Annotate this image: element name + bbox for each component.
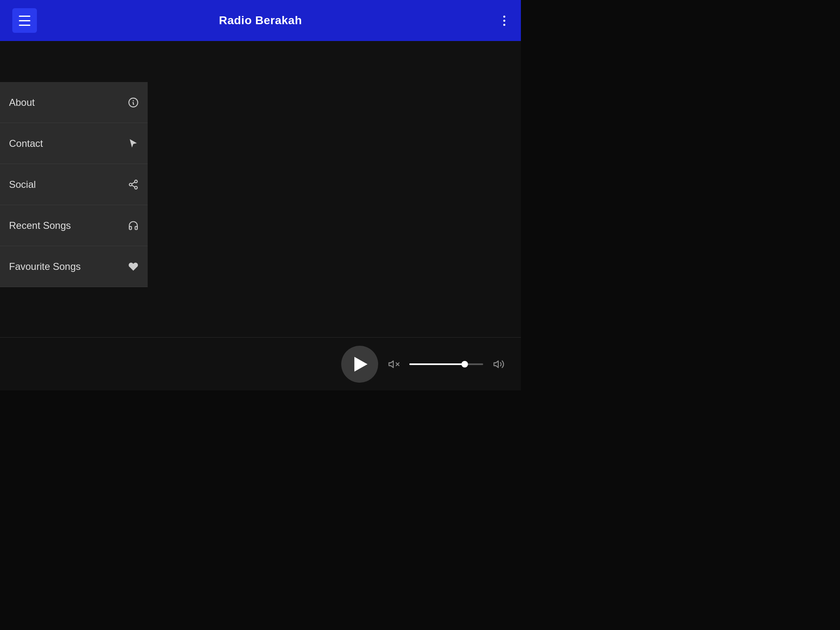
svg-point-3 [135,186,137,189]
hamburger-line-2 [19,20,30,21]
mute-icon [388,358,399,370]
more-dot-1 [503,16,505,18]
svg-marker-6 [389,361,393,367]
sidebar-item-social[interactable]: Social [0,164,148,205]
sidebar-item-recent-songs[interactable]: Recent Songs [0,205,148,246]
app-title: Radio Berakah [219,14,302,27]
play-button[interactable] [341,346,378,383]
volume-slider[interactable] [409,363,483,365]
svg-line-5 [132,182,135,184]
more-options-button[interactable] [500,12,509,29]
sidebar-item-about[interactable]: About [0,82,148,123]
social-label: Social [9,179,36,190]
main-content: About Contact Social [0,41,521,390]
contact-label: Contact [9,138,43,149]
recent-songs-label: Recent Songs [9,220,71,231]
sidebar-item-contact[interactable]: Contact [0,123,148,164]
favourite-songs-label: Favourite Songs [9,261,81,272]
about-label: About [9,97,35,108]
hamburger-line-1 [19,16,30,17]
top-bar: Radio Berakah [0,0,521,41]
share-icon [128,179,139,190]
info-icon [128,97,139,108]
navigation-drawer: About Contact Social [0,82,148,287]
svg-line-4 [132,185,135,187]
hamburger-line-3 [19,25,30,26]
volume-slider-container [409,363,483,365]
more-dot-3 [503,24,505,26]
svg-point-1 [135,180,137,183]
player-bar [0,337,521,390]
hamburger-button[interactable] [12,8,37,33]
volume-fill [409,363,465,365]
heart-icon [128,261,139,272]
cursor-icon [128,138,139,149]
more-dot-2 [503,20,505,22]
volume-thumb [461,361,468,368]
svg-point-2 [129,183,132,186]
headphones-icon [128,220,139,231]
volume-high-icon [493,358,504,370]
sidebar-item-favourite-songs[interactable]: Favourite Songs [0,246,148,287]
play-icon [354,357,368,372]
svg-marker-9 [494,361,498,367]
